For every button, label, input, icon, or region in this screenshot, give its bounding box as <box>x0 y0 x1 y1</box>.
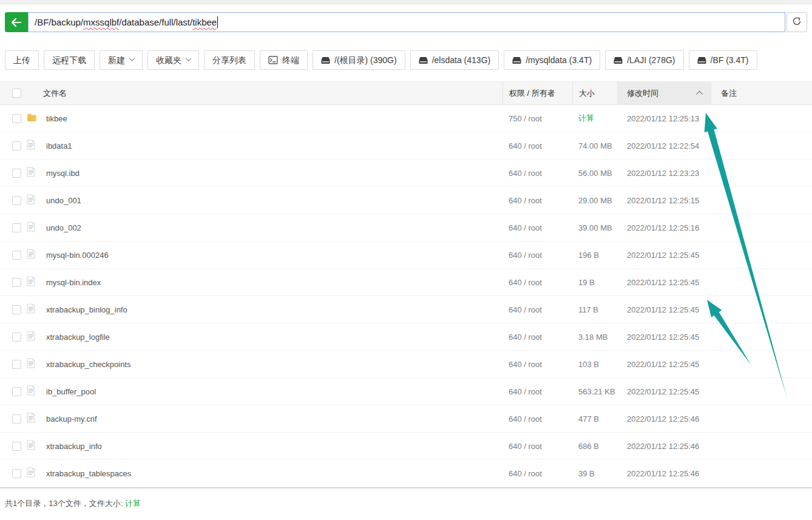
disk-icon <box>321 56 330 64</box>
header-permissions: 权限 / 所有者 <box>502 82 572 104</box>
disk-button[interactable]: /LAJI (278G) <box>605 50 683 70</box>
table-row[interactable]: tikbee 750 / root 计算 2022/01/12 12:25:13 <box>0 105 812 132</box>
file-mtime: 2022/01/12 12:25:45 <box>617 323 711 350</box>
disk-button-label: /(根目录) (390G) <box>334 56 397 64</box>
file-icon <box>27 385 35 397</box>
row-checkbox[interactable] <box>12 196 21 205</box>
toolbar-button[interactable]: 终端 <box>260 50 308 70</box>
toolbar-button[interactable]: 新建 <box>100 50 143 70</box>
disk-button[interactable]: /(根目录) (390G) <box>313 50 405 70</box>
path-input[interactable]: /BF/backup/mxssqlbf/database/full/last/t… <box>28 12 785 32</box>
file-permissions: 640 / root <box>502 469 572 478</box>
file-name-link[interactable]: ib_buffer_pool <box>46 387 96 396</box>
file-mtime: 2022/01/12 12:25:45 <box>617 269 711 295</box>
back-button[interactable] <box>5 12 28 32</box>
refresh-icon <box>792 16 802 29</box>
header-filename: 文件名 <box>27 88 502 99</box>
table-row[interactable]: undo_002 640 / root 39.00 MB 2022/01/12 … <box>0 214 812 241</box>
file-name-link[interactable]: xtrabackup_info <box>46 442 102 451</box>
row-checkbox[interactable] <box>12 442 21 451</box>
table-row[interactable]: backup-my.cnf 640 / root 477 B 2022/01/1… <box>0 405 812 433</box>
row-checkbox[interactable] <box>12 278 21 287</box>
file-mtime: 2022/01/12 12:25:16 <box>617 214 711 241</box>
header-mtime-sort[interactable]: 修改时间 <box>617 82 711 104</box>
file-size[interactable]: 计算 <box>572 113 617 124</box>
table-row[interactable]: ib_buffer_pool 640 / root 563.21 KB 2022… <box>0 378 812 405</box>
row-checkbox[interactable] <box>12 414 21 424</box>
table-row[interactable]: undo_001 640 / root 29.00 MB 2022/01/12 … <box>0 187 812 214</box>
text-caret <box>217 16 218 28</box>
file-mtime: 2022/01/12 12:25:45 <box>617 378 711 405</box>
file-name-link[interactable]: tikbee <box>46 114 67 123</box>
row-checkbox[interactable] <box>12 223 21 232</box>
table-row[interactable]: xtrabackup_checkpoints 640 / root 103 B … <box>0 351 812 378</box>
file-size: 103 B <box>572 360 617 369</box>
file-permissions: 640 / root <box>502 169 572 178</box>
table-row[interactable]: mysql.ibd 640 / root 56.00 MB 2022/01/12… <box>0 160 812 187</box>
file-permissions: 750 / root <box>502 114 572 123</box>
file-name-link[interactable]: ibdata1 <box>46 141 72 150</box>
toolbar-button-label: 新建 <box>108 56 125 64</box>
toolbar-button[interactable]: 收藏夹 <box>147 50 199 70</box>
path-segment: tikbee <box>192 17 217 27</box>
disk-button-label: /LAJI (278G) <box>627 56 675 64</box>
file-size: 477 B <box>572 414 617 424</box>
file-name-link[interactable]: mysql.ibd <box>46 169 80 178</box>
table-row[interactable]: ibdata1 640 / root 74.00 MB 2022/01/12 1… <box>0 132 812 160</box>
path-segment: mxssqlbf <box>83 17 119 27</box>
row-checkbox[interactable] <box>12 305 21 314</box>
row-checkbox[interactable] <box>12 114 21 123</box>
file-name-link[interactable]: undo_002 <box>46 223 81 232</box>
table-row[interactable]: mysql-bin.index 640 / root 19 B 2022/01/… <box>0 269 812 296</box>
file-permissions: 640 / root <box>502 278 572 287</box>
disk-button[interactable]: /mysqldata (3.4T) <box>504 50 600 70</box>
file-name-link[interactable]: mysql-bin.000246 <box>46 251 109 260</box>
disk-button[interactable]: /elsdata (413G) <box>410 50 499 70</box>
table-row[interactable]: xtrabackup_binlog_info 640 / root 117 B … <box>0 296 812 323</box>
chevron-down-icon <box>186 55 192 61</box>
sort-ascending-icon <box>696 90 703 97</box>
file-size: 19 B <box>572 278 617 287</box>
table-header: 文件名 权限 / 所有者 大小 修改时间 备注 <box>0 81 812 105</box>
file-name-link[interactable]: xtrabackup_logfile <box>46 333 110 342</box>
table-row[interactable]: xtrabackup_tablespaces 640 / root 39 B 2… <box>0 460 812 487</box>
file-permissions: 640 / root <box>502 251 572 260</box>
file-size: 196 B <box>572 251 617 260</box>
file-name-link[interactable]: mysql-bin.index <box>46 278 101 287</box>
toolbar-button[interactable]: 上传 <box>5 50 39 70</box>
refresh-button[interactable] <box>787 12 807 32</box>
row-checkbox[interactable] <box>12 169 21 178</box>
file-size: 3.18 MB <box>572 333 617 342</box>
file-permissions: 640 / root <box>502 305 572 314</box>
chevron-down-icon <box>129 55 135 61</box>
file-permissions: 640 / root <box>502 414 572 424</box>
row-checkbox[interactable] <box>12 360 21 369</box>
calculate-size-link[interactable]: 计算 <box>125 499 141 508</box>
row-checkbox[interactable] <box>12 251 21 260</box>
select-all-checkbox[interactable] <box>12 89 21 98</box>
file-icon <box>27 140 35 152</box>
file-icon <box>27 467 35 479</box>
table-row[interactable]: xtrabackup_info 640 / root 686 B 2022/01… <box>0 433 812 460</box>
file-size: 56.00 MB <box>572 169 617 178</box>
file-icon <box>27 413 35 425</box>
row-checkbox[interactable] <box>12 141 21 150</box>
file-name-link[interactable]: xtrabackup_binlog_info <box>46 305 127 314</box>
file-name-link[interactable]: xtrabackup_checkpoints <box>46 360 130 369</box>
row-checkbox[interactable] <box>12 333 21 342</box>
table-row[interactable]: mysql-bin.000246 640 / root 196 B 2022/0… <box>0 241 812 269</box>
toolbar-button[interactable]: 远程下载 <box>44 50 95 70</box>
row-checkbox[interactable] <box>12 469 21 478</box>
file-size: 39.00 MB <box>572 223 617 232</box>
row-checkbox[interactable] <box>12 387 21 396</box>
toolbar-button[interactable]: 分享列表 <box>204 50 255 70</box>
table-row[interactable]: xtrabackup_logfile 640 / root 3.18 MB 20… <box>0 323 812 351</box>
file-name-link[interactable]: xtrabackup_tablespaces <box>46 469 131 478</box>
file-name-link[interactable]: backup-my.cnf <box>46 414 97 424</box>
disk-button[interactable]: /BF (3.4T) <box>689 50 757 70</box>
folder-icon <box>27 112 37 124</box>
file-permissions: 640 / root <box>502 387 572 396</box>
file-name-link[interactable]: undo_001 <box>46 196 81 205</box>
file-icon <box>27 276 35 288</box>
file-size: 563.21 KB <box>572 387 617 396</box>
